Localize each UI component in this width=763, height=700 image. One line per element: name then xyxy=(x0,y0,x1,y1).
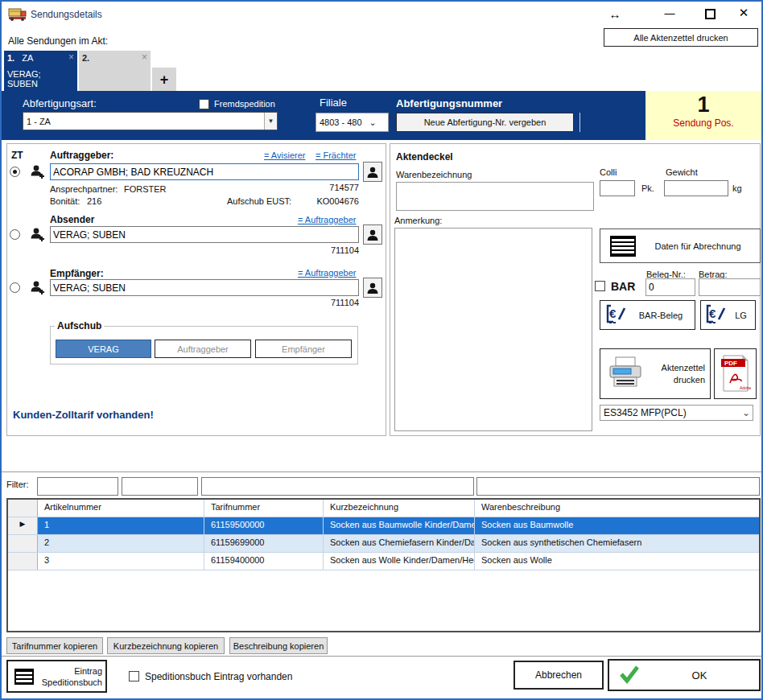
colli-input[interactable] xyxy=(600,180,635,196)
filiale-select[interactable]: 4803 - 480 ⌄ xyxy=(316,113,389,132)
tab1-close-icon[interactable]: × xyxy=(68,51,74,63)
table-header-tarifnummer[interactable]: Tarifnummer xyxy=(204,500,324,517)
cell-warenbeschreibung[interactable]: Socken aus Wolle xyxy=(475,553,759,570)
colli-unit-label: Pk. xyxy=(641,183,654,193)
table-row[interactable]: 2 61159699000 Socken aus Chemiefasern Ki… xyxy=(8,535,759,553)
neue-abfertigungsnummer-button[interactable]: Neue Abfertigung-Nr. vergeben xyxy=(396,113,574,132)
gewicht-label: Gewicht xyxy=(666,167,698,177)
maximize-button[interactable] xyxy=(700,5,720,23)
maximize-icon xyxy=(705,9,716,19)
cell-artikelnummer[interactable]: 3 xyxy=(38,553,204,570)
fremdspedition-checkbox[interactable] xyxy=(199,99,209,109)
anmerkung-textarea[interactable] xyxy=(394,228,592,431)
tab-shipment-2[interactable]: 2. × xyxy=(79,51,151,92)
aktendeckel-title: Aktendeckel xyxy=(396,151,453,163)
cell-kurzbezeichnung[interactable]: Socken aus Baumwolle Kinder/Damen/Herren xyxy=(324,517,475,534)
tab2-close-icon[interactable]: × xyxy=(142,51,147,63)
table-row[interactable]: 3 61159400000 Socken aus Wolle Kinder/Da… xyxy=(8,553,759,570)
lg-button[interactable]: € LG xyxy=(700,300,756,330)
empfaenger-radio[interactable] xyxy=(10,282,20,293)
printer-icon xyxy=(607,356,644,393)
pdf-button[interactable]: PDF Adobe xyxy=(714,348,757,399)
auftraggeber-radio[interactable] xyxy=(10,167,20,177)
filter-input-tarifnummer[interactable] xyxy=(122,477,198,496)
filter-input-warenbeschreibung[interactable] xyxy=(476,477,760,496)
speditionsbuch-checkbox[interactable] xyxy=(129,671,139,681)
pdf-icon: PDF Adobe xyxy=(720,354,751,394)
empfaenger-add-contact-icon[interactable] xyxy=(29,279,47,299)
absender-input[interactable] xyxy=(50,226,359,243)
table-header-warenbeschreibung[interactable]: Warenbeschreibung xyxy=(475,500,759,517)
add-shipment-tab-button[interactable]: + xyxy=(152,68,176,92)
footer-divider xyxy=(2,656,761,657)
auftraggeber-contact-button[interactable] xyxy=(363,162,382,182)
filter-input-kurzbezeichnung[interactable] xyxy=(201,477,474,496)
cell-tarifnummer[interactable]: 61159500000 xyxy=(204,517,324,534)
auftraggeber-input[interactable] xyxy=(50,163,359,180)
beleg-nr-input[interactable] xyxy=(645,278,695,296)
aktenzettel-drucken-button[interactable]: Aktenzettel drucken xyxy=(600,348,711,399)
sendung-pos-panel: 1 Sendung Pos. xyxy=(645,91,761,140)
daten-abrechnung-button[interactable]: Daten für Abrechnung xyxy=(600,229,761,263)
gewicht-input[interactable] xyxy=(664,180,728,196)
zolltarif-notice: Kunden-Zolltarif vorhanden! xyxy=(13,409,154,421)
cell-warenbeschreibung[interactable]: Socken aus synthetischen Chemiefasern xyxy=(475,535,759,552)
fraechter-link[interactable]: = Frächter xyxy=(316,150,356,160)
bar-checkbox[interactable] xyxy=(595,281,605,291)
cell-artikelnummer[interactable]: 1 xyxy=(38,517,204,534)
absender-auftraggeber-link[interactable]: = Auftraggeber xyxy=(298,215,356,224)
print-all-aktenzettel-button[interactable]: Alle Aktenzettel drucken xyxy=(604,28,758,47)
avisierer-link[interactable]: = Avisierer xyxy=(264,150,305,160)
table-header-artikelnummer[interactable]: Artikelnummer xyxy=(38,500,204,517)
betrag-input[interactable] xyxy=(699,278,761,296)
sendung-pos-label: Sendung Pos. xyxy=(645,117,761,129)
table-row[interactable]: ▶ 1 61159500000 Socken aus Baumwolle Kin… xyxy=(8,517,759,535)
resize-icon[interactable]: ↔ xyxy=(605,5,625,23)
aufschub-empfaenger-button[interactable]: Empfänger xyxy=(255,340,352,358)
aufschub-eust-value: KO004676 xyxy=(307,196,359,206)
add-contact-icon[interactable] xyxy=(29,163,47,183)
abfertigungsart-select[interactable]: 1 - ZA ▼ xyxy=(23,112,278,130)
bar-label: BAR xyxy=(611,280,635,293)
filiale-chevron-icon[interactable]: ⌄ xyxy=(366,113,379,131)
tab1-line2: VERAG; xyxy=(7,69,74,79)
printer-value: ES3452 MFP(PCL) xyxy=(600,407,740,418)
filter-input-artikelnummer[interactable] xyxy=(37,477,118,496)
tab2-number: 2. xyxy=(82,53,89,63)
warenbezeichnung-textarea[interactable] xyxy=(396,182,594,211)
cell-tarifnummer[interactable]: 61159699000 xyxy=(204,535,324,552)
absender-add-contact-icon[interactable] xyxy=(29,226,47,245)
eintrag-speditionsbuch-button[interactable]: Eintrag Speditionsbuch xyxy=(6,660,107,693)
cell-warenbeschreibung[interactable]: Socken aus Baumwolle xyxy=(475,517,759,534)
cell-kurzbezeichnung[interactable]: Socken aus Chemiefasern Kinder/Damen/Hee… xyxy=(324,535,475,552)
cell-artikelnummer[interactable]: 2 xyxy=(38,535,204,552)
absender-contact-button[interactable] xyxy=(363,224,382,245)
absender-radio[interactable] xyxy=(10,229,20,240)
filiale-value: 4803 - 480 xyxy=(316,117,366,127)
ok-button[interactable]: OK xyxy=(608,659,761,691)
svg-text:€: € xyxy=(709,307,716,320)
abbrechen-button[interactable]: Abbrechen xyxy=(513,661,604,690)
copy-kurzbezeichnung-button[interactable]: Kurzbezeichnung kopieren xyxy=(107,637,225,654)
filter-label: Filter: xyxy=(6,480,29,489)
printer-chevron-icon[interactable]: ⌄ xyxy=(740,406,753,420)
printer-select[interactable]: ES3452 MFP(PCL) ⌄ xyxy=(600,405,753,421)
aufschub-verag-button[interactable]: VERAG xyxy=(56,340,151,358)
cell-kurzbezeichnung[interactable]: Socken aus Wolle Kinder/Damen/Heeren xyxy=(324,553,475,570)
dropdown-arrow-icon[interactable]: ▼ xyxy=(264,113,277,130)
tab-shipment-1[interactable]: 1. ZA × VERAG; SUBEN xyxy=(4,51,77,92)
bonitaet-value: 216 xyxy=(87,196,101,206)
copy-beschreibung-button[interactable]: Beschreibung kopieren xyxy=(229,637,328,654)
minimize-button[interactable]: — xyxy=(658,3,681,23)
empfaenger-contact-button[interactable] xyxy=(363,278,382,298)
bar-beleg-button[interactable]: € BAR-Beleg xyxy=(600,300,695,330)
tab1-type: ZA xyxy=(22,53,33,63)
cell-tarifnummer[interactable]: 61159400000 xyxy=(204,553,324,570)
empfaenger-input[interactable] xyxy=(50,279,359,296)
table-header-kurzbezeichnung[interactable]: Kurzbezeichnung xyxy=(324,500,475,517)
copy-tarifnummer-button[interactable]: Tarifnummer kopieren xyxy=(6,637,103,654)
empfaenger-auftraggeber-link[interactable]: = Auftraggeber xyxy=(298,268,356,278)
aufschub-auftraggeber-button[interactable]: Auftraggeber xyxy=(155,340,251,358)
close-button[interactable]: ✕ xyxy=(732,3,755,23)
table-header-row: Artikelnummer Tarifnummer Kurzbezeichnun… xyxy=(8,500,759,517)
